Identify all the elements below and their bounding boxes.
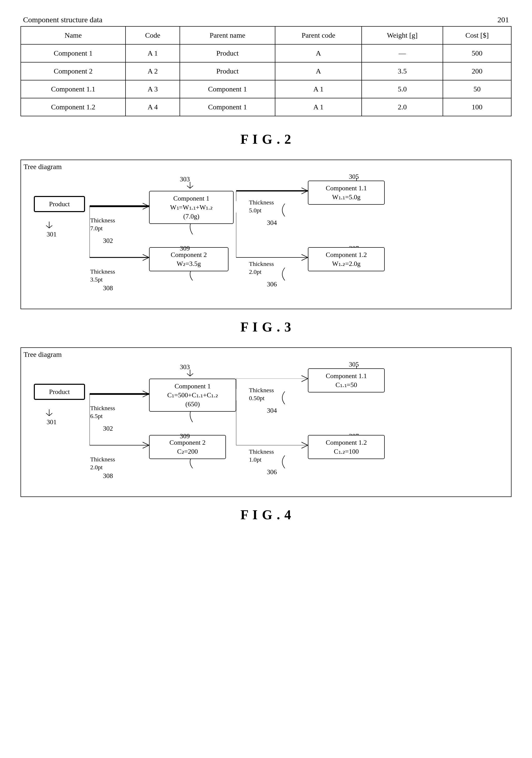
fig3-diagram-box: Tree diagram [20, 159, 512, 309]
fig3-product-node: Product [34, 196, 85, 212]
table-cell: A [275, 62, 361, 80]
fig4-product-node: Product [34, 384, 85, 400]
table-row: Component 1.1A 3Component 1A 15.050 [21, 80, 511, 98]
table-header-row: Name Code Parent name Parent code Weight… [21, 26, 511, 44]
table-cell: Component 1 [180, 98, 275, 116]
fig3-ref301: 301 [47, 230, 57, 238]
fig4-ref305: 305 [349, 361, 359, 368]
table-cell: 3.5 [362, 62, 443, 80]
fig4-thick308: Thickness2.0pt [90, 456, 115, 471]
fig3-comp1-node: Component 1W₁=W₁.₁+W₁.₂(7.0g) [149, 191, 234, 224]
fig4-ref301: 301 [47, 418, 57, 426]
table-cell: A 1 [125, 44, 180, 62]
fig4-ref309: 309 [180, 432, 190, 440]
fig2-ref: 201 [497, 16, 509, 24]
table-cell: 5.0 [362, 80, 443, 98]
fig2-label: F I G . 2 [20, 132, 512, 147]
fig4-ref302: 302 [103, 425, 113, 432]
fig3-ref302: 302 [103, 237, 113, 245]
table-cell: 100 [443, 98, 511, 116]
col-parent-name: Parent name [180, 26, 275, 44]
table-row: Component 1.2A 4Component 1A 12.0100 [21, 98, 511, 116]
fig3-comp11-node: Component 1.1W₁.₁=5.0g [308, 181, 385, 205]
table-cell: A 4 [125, 98, 180, 116]
table-cell: Component 1.1 [21, 80, 125, 98]
table-cell: Component 1.2 [21, 98, 125, 116]
table-row: Component 1A 1ProductA—500 [21, 44, 511, 62]
table-row: Component 2A 2ProductA3.5200 [21, 62, 511, 80]
col-weight: Weight [g] [362, 26, 443, 44]
table-cell: Component 1 [21, 44, 125, 62]
fig4-tree: Product 301 Thickness6.5pt 302 Component… [26, 356, 506, 489]
fig4-comp1-node: Component 1C₁=500+C₁.₁+C₁.₂(650) [149, 379, 236, 412]
fig3-thick308: Thickness3.5pt [90, 268, 115, 284]
fig3-ref303: 303 [180, 176, 190, 183]
col-code: Code [125, 26, 180, 44]
table-cell: Component 1 [180, 80, 275, 98]
table-cell: 500 [443, 44, 511, 62]
table-cell: A 3 [125, 80, 180, 98]
fig3-ref305: 305 [349, 173, 359, 181]
fig4-comp12-node: Component 1.2C₁.₂=100 [308, 435, 385, 459]
fig3-ref308: 308 [103, 284, 113, 292]
table-cell: A [275, 44, 361, 62]
fig3-ref309: 309 [180, 245, 190, 252]
fig4-comp11-node: Component 1.1C₁.₁=50 [308, 368, 385, 393]
fig4-label: F I G . 4 [20, 507, 512, 522]
table-cell: A 1 [275, 80, 361, 98]
table-cell: 200 [443, 62, 511, 80]
fig4-section: Tree diagram [20, 347, 512, 497]
fig3-section: Tree diagram [20, 159, 512, 309]
fig4-diagram-box: Tree diagram [20, 347, 512, 497]
table-cell: 50 [443, 80, 511, 98]
fig3-label: F I G . 3 [20, 320, 512, 334]
fig3-thick302: Thickness7.0pt [90, 217, 115, 232]
table-cell: A 2 [125, 62, 180, 80]
fig4-ref308: 308 [103, 472, 113, 480]
fig4-thick304: Thickness0.50pt [249, 386, 274, 402]
fig3-thick306: Thickness2.0pt [249, 260, 274, 276]
col-parent-code: Parent code [275, 26, 361, 44]
col-cost: Cost [$] [443, 26, 511, 44]
fig3-thick304: Thickness5.0pt [249, 198, 274, 214]
fig3-tree: Product 301 Thickness7.0pt 302 Component… [26, 168, 506, 301]
fig4-thick306: Thickness1.0pt [249, 448, 274, 464]
col-name: Name [21, 26, 125, 44]
table-cell: — [362, 44, 443, 62]
fig4-ref304: 304 [267, 407, 277, 414]
table-cell: A 1 [275, 98, 361, 116]
table-cell: 2.0 [362, 98, 443, 116]
fig3-ref304: 304 [267, 219, 277, 227]
component-table: Name Code Parent name Parent code Weight… [20, 26, 512, 116]
table-cell: Component 2 [21, 62, 125, 80]
fig3-ref306: 306 [267, 281, 277, 288]
fig4-thick302: Thickness6.5pt [90, 404, 115, 420]
table-cell: Product [180, 62, 275, 80]
fig2-section: Component structure data 201 Name Code P… [20, 16, 512, 116]
fig4-ref303: 303 [180, 363, 190, 371]
fig4-ref306: 306 [267, 468, 277, 476]
table-cell: Product [180, 44, 275, 62]
fig3-comp12-node: Component 1.2W₁.₂=2.0g [308, 247, 385, 271]
fig2-title: Component structure data [23, 16, 102, 24]
